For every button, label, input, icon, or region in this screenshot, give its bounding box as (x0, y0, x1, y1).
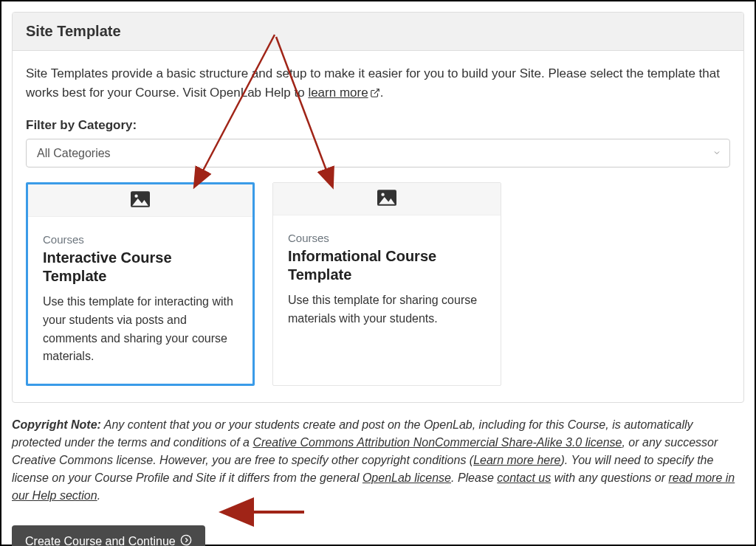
site-template-panel: Site Template Site Templates provide a b… (12, 12, 744, 403)
card-category: Courses (43, 233, 238, 246)
card-thumb (28, 184, 252, 217)
filter-label: Filter by Category: (26, 118, 730, 133)
panel-intro: Site Templates provide a basic structure… (26, 64, 730, 103)
svg-point-2 (134, 194, 137, 197)
panel-header: Site Template (13, 13, 743, 51)
card-description: Use this template for interacting with y… (43, 293, 238, 366)
create-course-continue-button[interactable]: Create Course and Continue (12, 525, 205, 546)
category-filter-select[interactable]: All Categories (26, 139, 730, 167)
card-title: Interactive Course Template (43, 249, 238, 286)
learn-more-here-link[interactable]: Learn more here (473, 454, 560, 466)
copyright-note: Copyright Note: Any content that you or … (12, 416, 744, 505)
chevron-circle-right-icon (180, 534, 192, 546)
image-icon (131, 191, 150, 210)
template-card-list: Courses Interactive Course Template Use … (26, 182, 730, 386)
image-icon (377, 190, 396, 209)
card-category: Courses (288, 232, 486, 244)
openlab-license-link[interactable]: OpenLab license (362, 471, 451, 484)
external-link-icon (370, 85, 380, 104)
learn-more-link[interactable]: learn more (308, 86, 379, 100)
template-card-interactive[interactable]: Courses Interactive Course Template Use … (26, 182, 255, 386)
template-card-informational[interactable]: Courses Informational Course Template Us… (272, 182, 501, 386)
svg-point-4 (381, 193, 384, 196)
svg-point-5 (181, 536, 190, 545)
copyright-lead: Copyright Note: (12, 418, 101, 431)
panel-body: Site Templates provide a basic structure… (13, 51, 743, 402)
contact-us-link[interactable]: contact us (497, 471, 551, 484)
panel-title: Site Template (26, 23, 730, 40)
card-thumb (273, 183, 501, 215)
svg-line-0 (374, 89, 378, 93)
card-description: Use this template for sharing course mat… (288, 291, 486, 328)
card-title: Informational Course Template (288, 247, 486, 284)
cc-license-link[interactable]: Creative Commons Attribution NonCommerci… (252, 436, 622, 449)
button-label: Create Course and Continue (25, 535, 176, 546)
